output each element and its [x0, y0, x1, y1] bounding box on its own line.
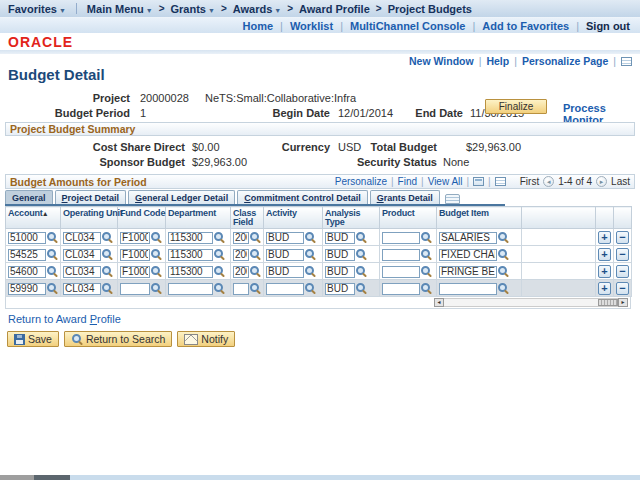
cell-input-analysis-type[interactable] [325, 283, 355, 295]
cell-input-analysis-type[interactable] [325, 249, 355, 261]
sign-out-link[interactable]: Sign out [586, 20, 630, 32]
lookup-icon[interactable] [47, 232, 58, 243]
lookup-icon[interactable] [214, 249, 225, 260]
scroll-left-button[interactable]: ◄ [434, 298, 444, 307]
personalize-page-link[interactable]: Personalize Page [522, 55, 608, 67]
cell-input-product[interactable] [382, 232, 420, 244]
scroll-right-button[interactable]: ► [618, 298, 628, 307]
finalize-button[interactable]: Finalize [485, 99, 547, 114]
cell-input-department[interactable] [168, 283, 213, 295]
help-link[interactable]: Help [486, 55, 509, 67]
breadcrumb-award-profile[interactable]: Award Profile [299, 3, 370, 15]
col-header-department[interactable]: Department [166, 207, 231, 229]
cell-input-account[interactable] [8, 249, 46, 261]
cell-input-product[interactable] [382, 283, 420, 295]
lookup-icon[interactable] [498, 266, 509, 277]
col-header-budget-item[interactable]: Budget Item [437, 207, 522, 229]
find-link[interactable]: Find [398, 176, 417, 188]
tab-general-ledger-detail[interactable]: General Ledger Detail [128, 190, 235, 204]
lookup-icon[interactable] [498, 232, 509, 243]
add-row-button[interactable]: + [598, 248, 611, 261]
breadcrumb-project-budgets[interactable]: Project Budgets [388, 3, 472, 15]
lookup-icon[interactable] [102, 283, 113, 294]
cell-input-account[interactable] [8, 232, 46, 244]
new-window-link[interactable]: New Window [409, 55, 474, 67]
cell-input-fund-code[interactable] [120, 232, 150, 244]
personalize-link[interactable]: Personalize [335, 176, 387, 188]
cell-input-fund-code[interactable] [120, 249, 150, 261]
multichannel-console-link[interactable]: MultiChannel Console [350, 20, 466, 32]
cell-input-budget-item[interactable] [439, 266, 497, 278]
col-header-account[interactable]: Account▴ [6, 207, 61, 229]
lookup-icon[interactable] [151, 232, 162, 243]
cell-input-operating-unit[interactable] [63, 232, 101, 244]
cell-input-budget-item[interactable] [439, 232, 497, 244]
lookup-icon[interactable] [102, 249, 113, 260]
lookup-icon[interactable] [305, 283, 316, 294]
cell-input-analysis-type[interactable] [325, 266, 355, 278]
cell-input-activity[interactable] [266, 283, 304, 295]
cell-input-activity[interactable] [266, 249, 304, 261]
download-grid-icon[interactable] [495, 177, 506, 186]
cell-input-product[interactable] [382, 266, 420, 278]
notify-button[interactable]: Notify [177, 331, 235, 347]
grid-horizontal-scrollbar[interactable]: ◄ ► [434, 298, 628, 307]
lookup-icon[interactable] [356, 232, 367, 243]
cell-input-class-field[interactable] [233, 283, 249, 295]
previous-page-icon[interactable]: ◂ [543, 176, 554, 187]
cell-input-class-field[interactable] [233, 266, 249, 278]
cell-input-activity[interactable] [266, 232, 304, 244]
page-horizontal-scrollbar[interactable] [0, 475, 640, 480]
lookup-icon[interactable] [498, 283, 509, 294]
scroll-thumb[interactable] [598, 299, 618, 306]
lookup-icon[interactable] [498, 249, 509, 260]
lookup-icon[interactable] [151, 249, 162, 260]
lookup-icon[interactable] [47, 249, 58, 260]
cell-input-account[interactable] [8, 283, 46, 295]
return-to-award-profile-link[interactable]: Return to AwardProfile [8, 313, 121, 325]
cell-input-department[interactable] [168, 266, 213, 278]
lookup-icon[interactable] [102, 232, 113, 243]
worklist-link[interactable]: Worklist [290, 20, 333, 32]
add-row-button[interactable]: + [598, 282, 611, 295]
lookup-icon[interactable] [151, 266, 162, 277]
pager-first-label[interactable]: First [520, 176, 539, 188]
cell-input-operating-unit[interactable] [63, 283, 101, 295]
breadcrumb-grants[interactable]: Grants▼ [170, 3, 214, 15]
tab-grants-detail[interactable]: Grants Detail [370, 190, 440, 204]
save-button[interactable]: Save [7, 331, 59, 347]
breadcrumb-main-menu[interactable]: Main Menu▼ [87, 3, 153, 15]
return-to-search-button[interactable]: Return to Search [64, 331, 172, 347]
show-all-columns-icon[interactable] [445, 194, 460, 204]
next-page-icon[interactable]: ▸ [596, 176, 607, 187]
delete-row-button[interactable]: − [616, 265, 629, 278]
col-header-class-field[interactable]: Class Field [231, 207, 264, 229]
view-all-link[interactable]: View All [428, 176, 463, 188]
lookup-icon[interactable] [356, 266, 367, 277]
lookup-icon[interactable] [214, 266, 225, 277]
col-header-analysis-type[interactable]: Analysis Type [323, 207, 380, 229]
lookup-icon[interactable] [102, 266, 113, 277]
cell-input-class-field[interactable] [233, 249, 249, 261]
scroll-track[interactable] [444, 298, 618, 307]
lookup-icon[interactable] [305, 232, 316, 243]
zoom-grid-icon[interactable] [473, 177, 484, 186]
page-layout-icon[interactable] [621, 57, 632, 66]
delete-row-button[interactable]: − [616, 231, 629, 244]
lookup-icon[interactable] [305, 266, 316, 277]
add-to-favorites-link[interactable]: Add to Favorites [482, 20, 569, 32]
lookup-icon[interactable] [250, 266, 261, 277]
lookup-icon[interactable] [47, 283, 58, 294]
cell-input-operating-unit[interactable] [63, 266, 101, 278]
lookup-icon[interactable] [151, 283, 162, 294]
lookup-icon[interactable] [421, 232, 432, 243]
lookup-icon[interactable] [214, 232, 225, 243]
cell-input-product[interactable] [382, 249, 420, 261]
breadcrumb-favorites[interactable]: Favorites▼ [8, 3, 66, 15]
lookup-icon[interactable] [250, 232, 261, 243]
col-header-operating-unit[interactable]: Operating Unit [61, 207, 118, 229]
pager-last-label[interactable]: Last [611, 176, 630, 188]
cell-input-fund-code[interactable] [120, 266, 150, 278]
cell-input-analysis-type[interactable] [325, 232, 355, 244]
delete-row-button[interactable]: − [616, 282, 629, 295]
